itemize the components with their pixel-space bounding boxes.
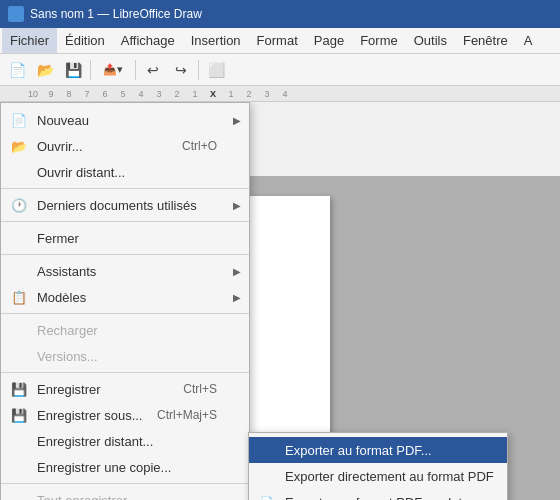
close-doc-icon (9, 229, 29, 247)
save-all-icon (9, 491, 29, 500)
template-icon: 📋 (9, 288, 29, 306)
cloud-save-icon (9, 432, 29, 450)
app-icon (8, 6, 24, 22)
menu-item-enregistrer-sous[interactable]: 💾 Enregistrer sous... Ctrl+Maj+S (1, 402, 249, 428)
wizard-icon (9, 262, 29, 280)
menu-aide[interactable]: A (516, 28, 541, 53)
pdf-batch-icon: 📄 (257, 493, 277, 500)
toolbar: 📄 📂 💾 📤▾ ↩ ↪ ⬜ (0, 54, 560, 86)
menu-fenetre[interactable]: Fenêtre (455, 28, 516, 53)
content-area: 📄 Nouveau 📂 Ouvrir... Ctrl+O Ouvrir dist… (0, 102, 560, 500)
menu-outils[interactable]: Outils (406, 28, 455, 53)
toolbar-separator-3 (198, 60, 199, 80)
separator-3 (1, 254, 249, 255)
menu-item-fermer[interactable]: Fermer (1, 225, 249, 251)
new-button[interactable]: 📄 (4, 58, 30, 82)
pdf-direct-icon (257, 467, 277, 485)
submenu-item-pdf-lots[interactable]: 📄 Exporter au format PDF par lots... (249, 489, 507, 500)
menu-item-assistants[interactable]: Assistants (1, 258, 249, 284)
pdf-icon (257, 441, 277, 459)
menu-item-recharger: Recharger (1, 317, 249, 343)
window-title: Sans nom 1 — LibreOffice Draw (30, 7, 202, 21)
save-button[interactable]: 💾 (60, 58, 86, 82)
open-button[interactable]: 📂 (32, 58, 58, 82)
menu-item-ouvrir-distant[interactable]: Ouvrir distant... (1, 159, 249, 185)
menu-item-enregistrer-copie[interactable]: Enregistrer une copie... (1, 454, 249, 480)
recent-icon: 🕐 (9, 196, 29, 214)
menu-item-tout-enregistrer: Tout enregistrer (1, 487, 249, 500)
export-submenu: Exporter au format PDF... Exporter direc… (248, 432, 508, 500)
menu-insertion[interactable]: Insertion (183, 28, 249, 53)
toolbar-separator-2 (135, 60, 136, 80)
menu-affichage[interactable]: Affichage (113, 28, 183, 53)
grid-button[interactable]: ⬜ (203, 58, 229, 82)
submenu-item-pdf[interactable]: Exporter au format PDF... (249, 437, 507, 463)
versions-icon (9, 347, 29, 365)
menu-edition[interactable]: Édition (57, 28, 113, 53)
menu-bar: Fichier Édition Affichage Insertion Form… (0, 28, 560, 54)
separator-2 (1, 221, 249, 222)
menu-fichier[interactable]: Fichier (2, 28, 57, 53)
menu-page[interactable]: Page (306, 28, 352, 53)
export-button[interactable]: 📤▾ (95, 58, 131, 82)
menu-format[interactable]: Format (249, 28, 306, 53)
menu-item-enregistrer-distant[interactable]: Enregistrer distant... (1, 428, 249, 454)
cloud-open-icon (9, 163, 29, 181)
menu-item-recent[interactable]: 🕐 Derniers documents utilisés (1, 192, 249, 218)
submenu-item-pdf-direct[interactable]: Exporter directement au format PDF (249, 463, 507, 489)
menu-item-modeles[interactable]: 📋 Modèles (1, 284, 249, 310)
menu-item-ouvrir[interactable]: 📂 Ouvrir... Ctrl+O (1, 133, 249, 159)
separator-4 (1, 313, 249, 314)
app-window: Sans nom 1 — LibreOffice Draw Fichier Éd… (0, 0, 560, 500)
save-file-icon: 💾 (9, 380, 29, 398)
ruler: 10 9 8 7 6 5 4 3 2 1 X 1 2 3 4 (0, 86, 560, 102)
undo-button[interactable]: ↩ (140, 58, 166, 82)
menu-item-versions: Versions... (1, 343, 249, 369)
file-dropdown-menu: 📄 Nouveau 📂 Ouvrir... Ctrl+O Ouvrir dist… (0, 102, 250, 500)
separator-5 (1, 372, 249, 373)
redo-button[interactable]: ↪ (168, 58, 194, 82)
copy-save-icon (9, 458, 29, 476)
save-as-icon: 💾 (9, 406, 29, 424)
new-icon: 📄 (9, 111, 29, 129)
menu-item-nouveau[interactable]: 📄 Nouveau (1, 107, 249, 133)
separator-6 (1, 483, 249, 484)
toolbar-separator-1 (90, 60, 91, 80)
reload-icon (9, 321, 29, 339)
ruler-numbers: 10 9 8 7 6 5 4 3 2 1 X 1 2 3 4 (24, 89, 294, 99)
separator-1 (1, 188, 249, 189)
open-icon: 📂 (9, 137, 29, 155)
menu-forme[interactable]: Forme (352, 28, 406, 53)
title-bar: Sans nom 1 — LibreOffice Draw (0, 0, 560, 28)
menu-item-enregistrer[interactable]: 💾 Enregistrer Ctrl+S (1, 376, 249, 402)
